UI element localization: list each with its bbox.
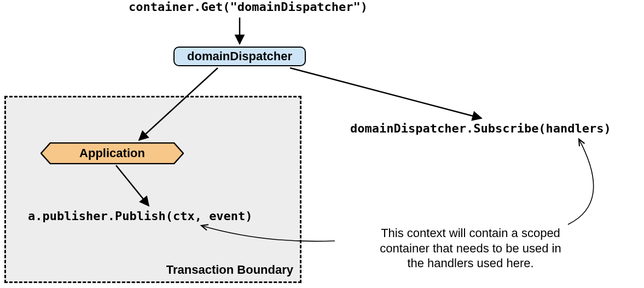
application-label: Application: [40, 142, 184, 164]
publish-call-code: a.publisher.Publish(ctx, event): [28, 209, 253, 223]
container-get-code: container.Get("domainDispatcher"): [129, 0, 368, 14]
subscribe-call-code: domainDispatcher.Subscribe(handlers): [350, 122, 611, 135]
edge-dispatcher-to-subscribe: [290, 68, 481, 118]
transaction-boundary-label: Transaction Boundary: [166, 263, 293, 277]
domain-dispatcher-label: domainDispatcher: [187, 49, 292, 64]
annotation-line-3: the handlers used here.: [407, 256, 533, 270]
annotation-arrow-to-subscribe: [568, 139, 594, 224]
application-node: Application: [40, 142, 184, 164]
annotation-line-2: container that needs to be used in: [380, 241, 561, 255]
annotation-text: This context will contain a scoped conta…: [339, 226, 602, 271]
transaction-boundary-box: Transaction Boundary: [4, 96, 301, 283]
annotation-line-1: This context will contain a scoped: [381, 226, 560, 240]
domain-dispatcher-node: domainDispatcher: [173, 47, 306, 66]
